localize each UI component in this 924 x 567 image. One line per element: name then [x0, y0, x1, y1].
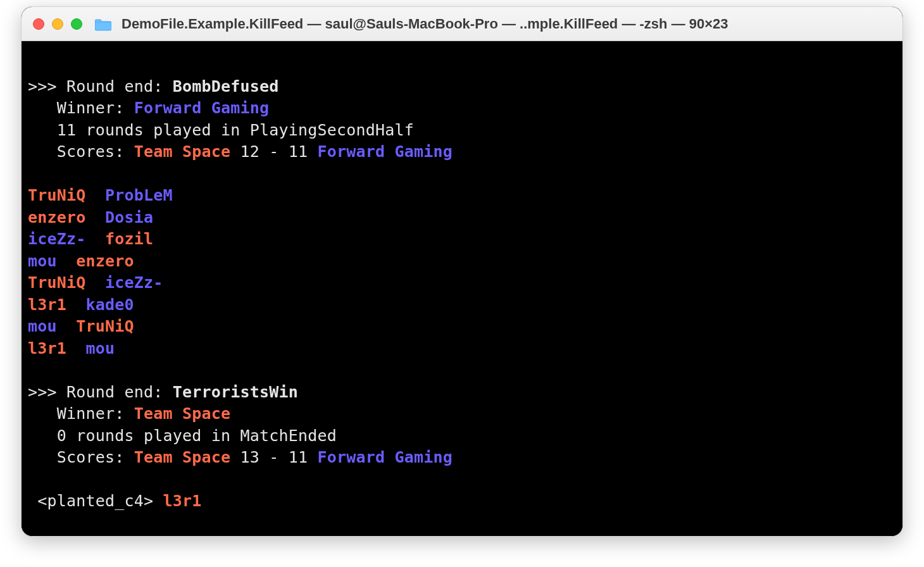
winner-team: Team Space: [134, 404, 231, 423]
killer: TruNiQ: [28, 186, 86, 204]
finished-secs: 2.842 secs: [549, 535, 646, 537]
round-end-reason: BombDefused: [173, 77, 279, 96]
planted-player: l3r1: [163, 492, 202, 510]
terminal-window: DemoFile.Example.KillFeed — saul@Sauls-M…: [21, 6, 903, 537]
rounds-played: 0 rounds played in MatchEnded: [28, 427, 337, 445]
killfeed: TruNiQ ProbLeM enzero Dosia iceZz- fozil…: [28, 185, 896, 359]
winner-label: Winner:: [28, 404, 134, 423]
scores-team-b: Forward Gaming: [318, 448, 453, 466]
victim: kade0: [86, 296, 134, 314]
victim: mou: [86, 339, 115, 358]
scores-label: Scores:: [28, 448, 134, 466]
victim: iceZz-: [105, 273, 163, 292]
weapon: [86, 186, 106, 204]
planted-label: <planted_c4>: [28, 492, 163, 510]
terminal-body[interactable]: >>> Round end: BombDefused Winner: Forwa…: [22, 41, 902, 536]
weapon: [86, 273, 106, 292]
weapon: [66, 339, 86, 358]
finished-text: Parsed: [115, 535, 192, 537]
victim: TruNiQ: [76, 317, 134, 335]
scores-value: 12 - 11: [230, 142, 317, 161]
killer: mou: [28, 252, 57, 270]
finished-text: (67,185.7 ticks/sec): [646, 535, 848, 537]
minimize-icon[interactable]: [52, 18, 63, 30]
zoom-icon[interactable]: [71, 18, 82, 30]
round-end-reason: TerroristsWin: [173, 383, 298, 401]
scores-label: Scores:: [28, 142, 134, 161]
victim: fozil: [105, 230, 153, 248]
finished-text: (2,983.0 game secs) in: [318, 535, 549, 537]
weapon: [86, 230, 106, 248]
scores-team-a: Team Space: [134, 448, 231, 466]
weapon: [57, 317, 77, 335]
round-end-prefix: >>> Round end:: [28, 77, 173, 96]
killer: l3r1: [28, 339, 66, 358]
victim: enzero: [76, 252, 134, 270]
window-title: DemoFile.Example.KillFeed — saul@Sauls-M…: [122, 16, 728, 32]
scores-value: 13 - 11: [230, 448, 317, 466]
weapon: [57, 252, 77, 270]
victim: Dosia: [105, 208, 153, 227]
weapon: [86, 208, 106, 227]
rounds-played: 11 rounds played in PlayingSecondHalf: [28, 121, 414, 139]
killer: iceZz-: [28, 230, 86, 248]
titlebar: DemoFile.Example.KillFeed — saul@Sauls-M…: [22, 7, 902, 41]
killer: TruNiQ: [28, 273, 86, 292]
scores-team-a: Team Space: [134, 142, 231, 161]
finished-label: Finished!: [28, 535, 115, 537]
folder-icon: [95, 17, 111, 31]
traffic-lights: [33, 18, 82, 30]
killer: mou: [28, 317, 57, 335]
killer: l3r1: [28, 296, 66, 314]
finished-ticks: 190,912 ticks: [192, 535, 317, 537]
winner-label: Winner:: [28, 99, 134, 117]
weapon: [66, 296, 86, 314]
winner-team: Forward Gaming: [134, 99, 270, 117]
round-end-prefix: >>> Round end:: [28, 383, 173, 401]
close-icon[interactable]: [33, 18, 44, 30]
scores-team-b: Forward Gaming: [318, 142, 453, 161]
killer: enzero: [28, 208, 86, 227]
victim: ProbLeM: [105, 186, 173, 204]
